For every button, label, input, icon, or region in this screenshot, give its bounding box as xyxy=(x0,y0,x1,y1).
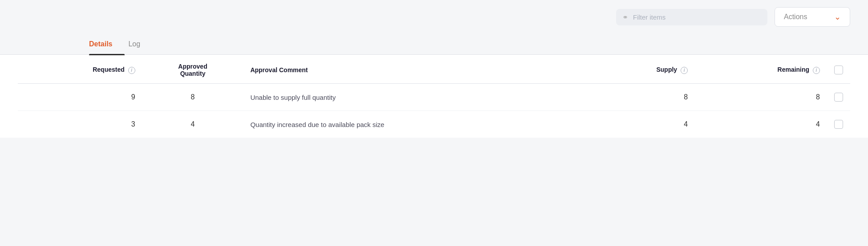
tabs-bar: Details Log xyxy=(0,34,868,55)
filter-input-wrapper: ⚭ xyxy=(616,9,767,25)
actions-button[interactable]: Actions ⌄ xyxy=(775,7,850,27)
table-container: Requested i Approved Quantity Approval C… xyxy=(0,55,868,138)
row2-checkbox-cell xyxy=(827,111,850,138)
row1-checkbox[interactable] xyxy=(834,93,843,102)
top-bar: ⚭ Actions ⌄ xyxy=(0,0,868,34)
supply-info-icon[interactable]: i xyxy=(681,67,688,74)
col-header-remaining: Remaining i xyxy=(695,55,827,84)
row1-requested: 9 xyxy=(27,84,142,111)
row2-supply: 4 xyxy=(588,111,695,138)
main-table: Requested i Approved Quantity Approval C… xyxy=(18,55,850,138)
search-icon: ⚭ xyxy=(622,13,628,21)
filter-input[interactable] xyxy=(616,9,767,25)
header-checkbox[interactable] xyxy=(834,66,843,74)
remaining-info-icon[interactable]: i xyxy=(813,67,820,74)
requested-info-icon[interactable]: i xyxy=(128,67,135,74)
table-header-row: Requested i Approved Quantity Approval C… xyxy=(18,55,850,84)
col-header-checkbox xyxy=(827,55,850,84)
row2-approval-comment: Quantity increased due to available pack… xyxy=(243,111,588,138)
actions-label: Actions xyxy=(784,13,807,21)
col-header-approved-quantity: Approved Quantity xyxy=(142,55,243,84)
row2-indicator xyxy=(18,111,27,138)
row1-approval-comment: Unable to supply full quantity xyxy=(243,84,588,111)
tab-log[interactable]: Log xyxy=(128,34,153,54)
row2-checkbox[interactable] xyxy=(834,120,843,129)
row1-indicator xyxy=(18,84,27,111)
tab-details[interactable]: Details xyxy=(89,34,125,54)
page-container: ⚭ Actions ⌄ Details Log Requested i xyxy=(0,0,868,246)
row1-checkbox-cell xyxy=(827,84,850,111)
table-row: 3 4 Quantity increased due to available … xyxy=(18,111,850,138)
col-header-supply: Supply i xyxy=(588,55,695,84)
row1-approved-quantity: 8 xyxy=(142,84,243,111)
table-row: 9 8 Unable to supply full quantity 8 8 xyxy=(18,84,850,111)
chevron-down-icon: ⌄ xyxy=(834,12,841,22)
col-header-requested: Requested i xyxy=(27,55,142,84)
col-left-indicator xyxy=(18,55,27,84)
row2-remaining: 4 xyxy=(695,111,827,138)
row1-remaining: 8 xyxy=(695,84,827,111)
row2-approved-quantity: 4 xyxy=(142,111,243,138)
row1-supply: 8 xyxy=(588,84,695,111)
col-header-approval-comment: Approval Comment xyxy=(243,55,588,84)
row2-requested: 3 xyxy=(27,111,142,138)
